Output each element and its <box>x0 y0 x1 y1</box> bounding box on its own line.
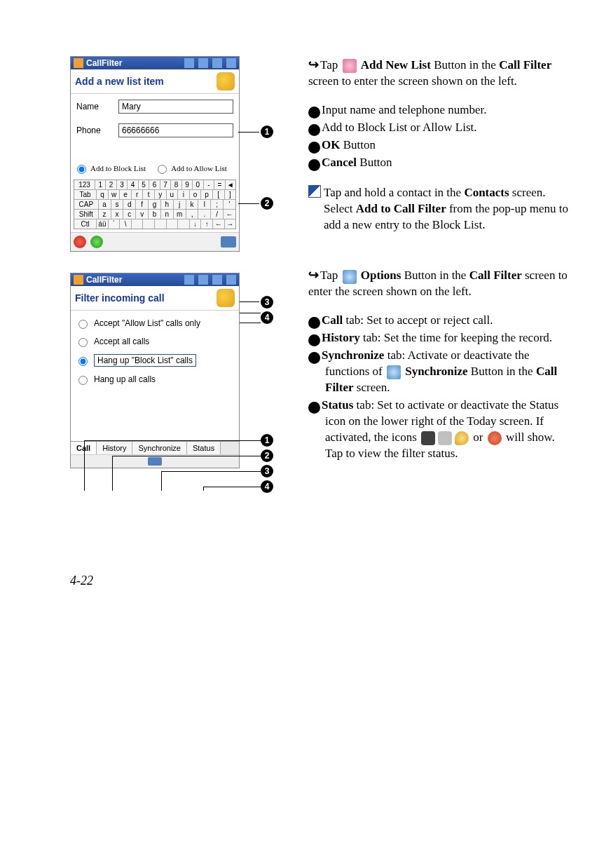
radio-block-input[interactable] <box>77 165 86 174</box>
leader-line <box>161 471 261 472</box>
keyboard-key[interactable]: \ <box>120 219 132 229</box>
keyboard-key[interactable]: ← <box>224 210 235 219</box>
keyboard-key[interactable]: v <box>136 210 149 219</box>
keyboard-key[interactable]: i <box>178 190 190 199</box>
keyboard-key[interactable]: 4 <box>128 180 138 189</box>
leader-line <box>238 132 259 133</box>
keyboard-key[interactable]: x <box>111 210 124 219</box>
keyboard-key[interactable]: y <box>155 190 167 199</box>
keyboard-key[interactable]: Shift <box>74 210 99 219</box>
ok-button[interactable] <box>90 236 103 248</box>
keyboard-key[interactable]: f <box>136 200 149 209</box>
tab-status[interactable]: Status <box>187 442 221 454</box>
name-input[interactable] <box>118 100 233 114</box>
keyboard-key[interactable]: s <box>111 200 124 209</box>
sip-toggle-icon[interactable] <box>221 236 236 247</box>
keyboard-key[interactable]: m <box>174 210 186 219</box>
keyboard-key[interactable]: 7 <box>160 180 171 189</box>
keyboard-key[interactable]: z <box>99 210 111 219</box>
keyboard-key[interactable]: ◄ <box>226 180 235 189</box>
keyboard-key[interactable]: q <box>97 190 109 199</box>
keyboard-key[interactable]: Tab <box>74 190 97 199</box>
keyboard-key[interactable] <box>143 219 155 229</box>
filter-option-radio[interactable] <box>78 357 88 366</box>
radio-allow-list[interactable]: Add to Allow List <box>154 163 227 174</box>
keyboard-key[interactable]: ] <box>225 190 236 199</box>
keyboard-key[interactable]: ← <box>213 219 225 229</box>
filter-option-radio[interactable] <box>78 338 88 347</box>
keyboard-key[interactable]: e <box>120 190 132 199</box>
keyboard-key[interactable]: k <box>186 200 199 209</box>
screen-header: Filter incoming call <box>71 286 239 311</box>
keyboard-key[interactable]: n <box>161 210 174 219</box>
keyboard-key[interactable]: ↑ <box>201 219 213 229</box>
keyboard-key[interactable] <box>167 219 179 229</box>
speaker-icon <box>212 275 222 285</box>
keyboard-key[interactable]: 1 <box>95 180 106 189</box>
keyboard-key[interactable]: g <box>149 200 161 209</box>
keyboard-key[interactable]: . <box>198 210 211 219</box>
tab-history[interactable]: History <box>97 442 132 454</box>
speaker-icon <box>212 58 222 68</box>
filter-option[interactable]: Hang up "Block List" calls <box>75 354 235 367</box>
keyboard-key[interactable]: ; <box>211 200 224 209</box>
callout-1: 1 <box>261 434 273 447</box>
keyboard-key[interactable]: o <box>190 190 202 199</box>
keyboard-key[interactable]: l <box>198 200 211 209</box>
keyboard-key[interactable]: h <box>161 200 174 209</box>
keyboard-key[interactable]: b <box>149 210 161 219</box>
keyboard-key[interactable]: 8 <box>171 180 181 189</box>
keyboard-key[interactable]: u <box>167 190 179 199</box>
filter-option[interactable]: Accept "Allow List" calls only <box>75 318 235 329</box>
keyboard-key[interactable]: Ctl <box>74 219 97 229</box>
keyboard-key[interactable]: a <box>99 200 111 209</box>
keyboard-key[interactable] <box>155 219 167 229</box>
keyboard-key[interactable]: p <box>201 190 213 199</box>
keyboard-key[interactable]: c <box>123 210 136 219</box>
keyboard-key[interactable]: [ <box>213 190 225 199</box>
note-contacts: Tap and hold a contact in the Contacts s… <box>308 184 569 233</box>
tab-item-history: 2History tab: Set the time for keeping t… <box>308 330 569 346</box>
keyboard-key[interactable]: r <box>132 190 144 199</box>
tab-synchronize[interactable]: Synchronize <box>132 442 187 454</box>
radio-block-list[interactable]: Add to Block List <box>74 163 146 174</box>
keyboard-key[interactable]: - <box>204 180 214 189</box>
keyboard-key[interactable]: 6 <box>149 180 160 189</box>
keyboard-key[interactable]: w <box>109 190 121 199</box>
filter-option[interactable]: Accept all calls <box>75 336 235 347</box>
sip-toggle-icon[interactable] <box>148 457 162 466</box>
keyboard-key[interactable]: 0 <box>193 180 203 189</box>
status-icon-gray <box>438 431 452 445</box>
radio-allow-input[interactable] <box>158 165 167 174</box>
keyboard-key[interactable]: ` <box>109 219 121 229</box>
filter-option-radio[interactable] <box>78 376 88 385</box>
keyboard-key[interactable]: 123 <box>74 180 95 189</box>
keyboard-key[interactable]: , <box>186 210 199 219</box>
keyboard-key[interactable]: CAP <box>74 200 99 209</box>
keyboard-key[interactable]: = <box>214 180 225 189</box>
keyboard-key[interactable]: / <box>211 210 224 219</box>
tap-arrow-icon: ↪ <box>308 56 319 73</box>
soft-keyboard[interactable]: 1231234567890-=◄Tabqwertyuiop[]CAPasdfgh… <box>74 179 236 229</box>
filter-option[interactable]: Hang up all calls <box>75 374 235 385</box>
cancel-button[interactable] <box>74 236 86 248</box>
filter-option-radio[interactable] <box>78 320 88 329</box>
keyboard-key[interactable]: ' <box>224 200 235 209</box>
note-icon <box>308 185 321 198</box>
keyboard-key[interactable] <box>178 219 190 229</box>
keyboard-key[interactable]: 3 <box>117 180 128 189</box>
radio-block-label: Add to Block List <box>90 164 146 172</box>
keyboard-key[interactable] <box>132 219 144 229</box>
pda-titlebar: CallFilter <box>71 273 239 286</box>
keyboard-key[interactable]: 5 <box>139 180 149 189</box>
phone-label: Phone <box>76 126 118 135</box>
keyboard-key[interactable]: j <box>174 200 186 209</box>
keyboard-key[interactable]: áü <box>97 219 109 229</box>
keyboard-key[interactable]: d <box>123 200 136 209</box>
keyboard-key[interactable]: ↓ <box>190 219 202 229</box>
keyboard-key[interactable]: 2 <box>106 180 116 189</box>
keyboard-key[interactable]: t <box>143 190 155 199</box>
phone-input[interactable] <box>118 123 233 137</box>
keyboard-key[interactable]: → <box>225 219 236 229</box>
keyboard-key[interactable]: 9 <box>182 180 193 189</box>
